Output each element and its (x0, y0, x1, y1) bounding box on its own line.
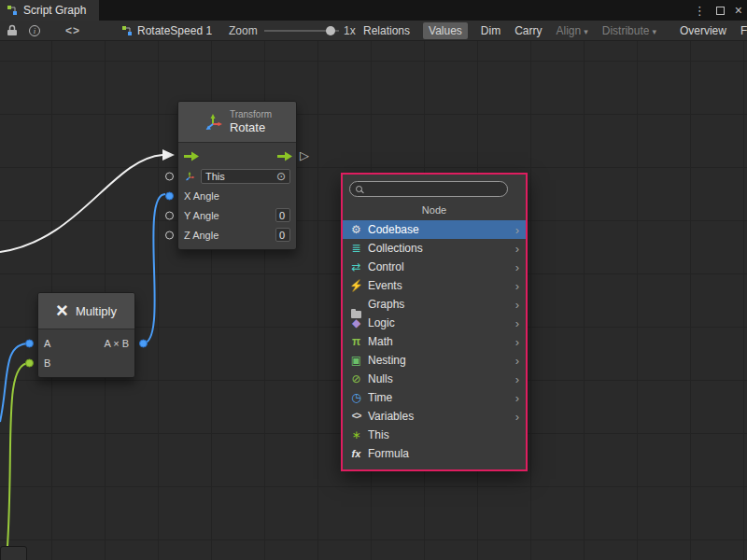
finder-item-graphs[interactable]: Graphs › (343, 295, 526, 314)
graph-name: RotateSpeed 1 (137, 24, 212, 37)
lock-icon (7, 24, 18, 36)
finder-item-label: Time (368, 391, 511, 404)
overview-button[interactable]: Overview (679, 22, 727, 39)
chevron-right-icon: › (515, 317, 519, 329)
finder-item-label: Nesting (368, 354, 511, 367)
distribute-label: Distribute (602, 24, 650, 37)
variables-icon: <> (349, 407, 363, 426)
chevron-right-icon: › (515, 373, 519, 385)
close-icon[interactable]: × (735, 4, 742, 17)
finder-item-formula[interactable]: fx Formula (343, 444, 526, 463)
finder-header: Node (343, 199, 526, 220)
dim-button[interactable]: Dim (480, 22, 501, 39)
tab-script-graph[interactable]: Script Graph (0, 0, 99, 21)
finder-item-label: Nulls (368, 372, 511, 385)
y-angle-label: Y Angle (184, 210, 219, 221)
a-input-port[interactable] (25, 339, 34, 347)
finder-item-codebase[interactable]: ⚙ Codebase › (343, 220, 526, 239)
y-angle-port[interactable] (165, 211, 174, 219)
rotate-node[interactable]: Transform Rotate This ⊙ X Angle (177, 101, 297, 250)
object-picker-icon[interactable]: ⊙ (276, 171, 286, 182)
inspect-button[interactable]: i (29, 21, 40, 40)
graph-breadcrumb[interactable]: RotateSpeed 1 (121, 21, 212, 40)
codebase-icon: ⚙ (349, 220, 363, 239)
output-label: A × B (104, 338, 129, 349)
finder-item-label: Codebase (368, 223, 511, 236)
code-view-button[interactable]: <> (65, 21, 80, 40)
finder-item-label: Events (368, 279, 511, 292)
flow-output-arrow-icon[interactable] (277, 151, 292, 161)
control-icon: ⇄ (349, 258, 363, 276)
maximize-icon[interactable] (716, 7, 725, 15)
flow-port-row (178, 147, 296, 166)
kebab-menu-icon[interactable]: ⋮ (694, 5, 706, 17)
search-icon (356, 186, 362, 192)
result-output-port[interactable] (139, 339, 148, 347)
finder-item-math[interactable]: π Math › (343, 332, 526, 351)
multiply-node-header[interactable]: × Multiply (38, 293, 134, 329)
chevron-down-icon: ▾ (652, 27, 656, 36)
align-label: Align (557, 24, 582, 37)
y-angle-row: Y Angle 0 (178, 205, 296, 225)
finder-item-label: Graphs (368, 298, 511, 311)
finder-item-control[interactable]: ⇄ Control › (343, 258, 526, 276)
x-angle-row: X Angle (178, 186, 296, 205)
zoom-slider[interactable] (264, 25, 339, 36)
z-angle-label: Z Angle (184, 230, 218, 241)
finder-item-time[interactable]: ◷ Time › (343, 388, 526, 407)
node-title: Rotate (230, 120, 272, 134)
time-clock-icon: ◷ (349, 388, 363, 407)
finder-item-nesting[interactable]: ▣ Nesting › (343, 351, 526, 370)
zoom-slider-handle[interactable] (326, 26, 335, 35)
finder-item-events[interactable]: ⚡ Events › (343, 276, 526, 295)
finder-item-collections[interactable]: ≣ Collections › (343, 239, 526, 258)
chevron-right-icon: › (515, 280, 519, 292)
relations-button[interactable]: Relations (362, 22, 411, 39)
z-angle-input[interactable]: 0 (275, 228, 290, 242)
carry-button[interactable]: Carry (514, 22, 543, 39)
multiply-node[interactable]: × Multiply A A × B B (37, 292, 135, 378)
logic-icon: ◆ (349, 314, 363, 332)
math-icon: π (349, 332, 363, 351)
y-angle-input[interactable]: 0 (275, 208, 290, 222)
finder-item-variables[interactable]: <> Variables › (343, 407, 526, 426)
finder-item-nulls[interactable]: ⊘ Nulls › (343, 370, 526, 388)
a-label: A (44, 338, 50, 349)
flow-continuation-icon: ▷ (300, 148, 309, 162)
x-angle-label: X Angle (184, 190, 219, 202)
distribute-button[interactable]: Distribute▾ (601, 22, 657, 39)
info-icon: i (29, 25, 40, 36)
transform-axes-icon (203, 112, 223, 133)
finder-item-label: Math (368, 335, 511, 348)
x-angle-port[interactable] (165, 191, 174, 200)
this-input-port[interactable] (165, 172, 174, 180)
align-button[interactable]: Align▾ (556, 22, 589, 39)
rotate-node-titles: Transform Rotate (230, 109, 272, 134)
node-search-input[interactable] (367, 184, 501, 195)
this-object-field[interactable]: This ⊙ (201, 169, 290, 184)
node-subtitle: Transform (230, 109, 272, 120)
rotate-node-body: This ⊙ X Angle Y Angle 0 Z Angle 0 (178, 143, 296, 249)
graph-asset-icon (121, 25, 133, 36)
this-port-row: This ⊙ (178, 166, 296, 186)
chevron-right-icon: › (515, 224, 519, 236)
finder-item-logic[interactable]: ◆ Logic › (343, 314, 526, 332)
tab-title: Script Graph (23, 4, 86, 17)
rotate-node-header[interactable]: Transform Rotate (178, 102, 296, 143)
node-search-field[interactable] (349, 181, 508, 197)
values-button[interactable]: Values (423, 22, 468, 39)
script-graph-window: Script Graph ⋮ × i <> RotateSpeed 1 Zoom… (0, 0, 747, 560)
lock-button[interactable] (7, 21, 18, 40)
b-input-port[interactable] (25, 358, 34, 367)
full-screen-button[interactable]: Full Screen (740, 22, 747, 39)
z-angle-port[interactable] (165, 231, 174, 239)
code-icon: <> (65, 24, 80, 37)
collections-icon: ≣ (349, 239, 363, 258)
flow-input-arrow-icon[interactable] (184, 151, 199, 161)
events-icon: ⚡ (349, 276, 363, 295)
finder-item-this[interactable]: ∗ This (343, 426, 526, 444)
node-title: Multiply (76, 304, 117, 318)
finder-item-label: This (368, 428, 514, 441)
offscreen-node-fragment[interactable] (0, 546, 27, 560)
chevron-down-icon: ▾ (584, 27, 588, 36)
